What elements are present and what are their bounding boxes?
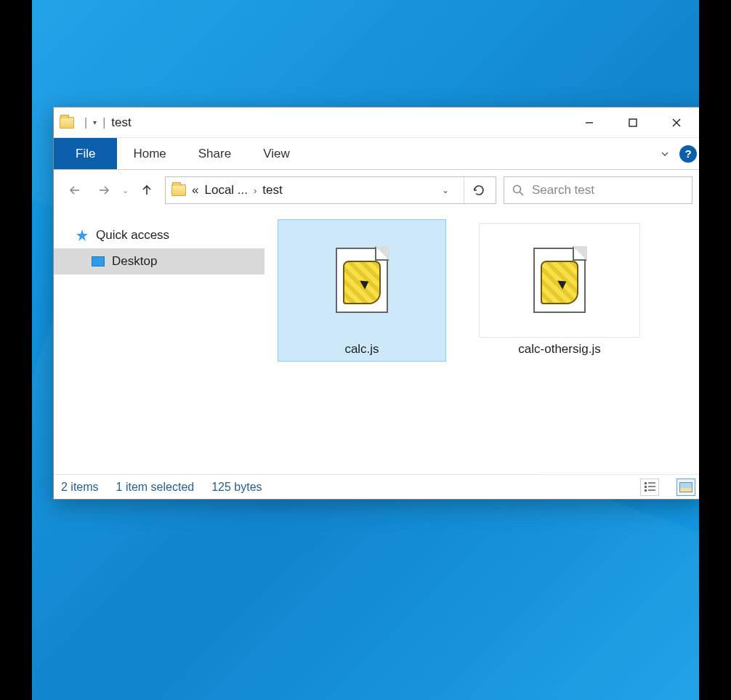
file-item[interactable]: calc-othersig.js: [475, 219, 644, 362]
title-bar: | ▾ | test: [54, 107, 699, 138]
ribbon-tabs: File Home Share View ?: [54, 138, 699, 170]
file-icon-wrap: [479, 223, 640, 338]
close-button[interactable]: [655, 107, 698, 138]
file-item[interactable]: calc.js: [278, 219, 446, 362]
status-bar: 2 items 1 item selected 125 bytes: [54, 474, 699, 499]
breadcrumb-overflow[interactable]: «: [192, 183, 198, 198]
titlebar-separator: |: [102, 116, 105, 129]
svg-rect-1: [629, 119, 637, 126]
quick-access-toolbar-dropdown[interactable]: ▾: [93, 118, 97, 126]
tab-share[interactable]: Share: [182, 138, 247, 169]
star-icon: [76, 229, 89, 242]
nav-back-button[interactable]: [64, 179, 86, 201]
nav-item-label: Desktop: [112, 254, 157, 269]
desktop-background: | ▾ | test File Home Share View: [32, 0, 699, 700]
svg-line-8: [520, 192, 524, 196]
nav-up-button[interactable]: [136, 179, 158, 201]
monitor-icon: [92, 256, 105, 266]
svg-point-7: [514, 186, 521, 193]
tab-home[interactable]: Home: [117, 138, 182, 169]
body: Quick access Desktop calc.js: [54, 211, 699, 474]
folder-icon: [171, 184, 186, 196]
tab-file[interactable]: File: [54, 138, 117, 169]
nav-forward-button[interactable]: [93, 179, 115, 201]
nav-desktop[interactable]: Desktop: [54, 248, 264, 274]
titlebar-separator: |: [84, 116, 87, 129]
navigation-pane: Quick access Desktop: [54, 211, 264, 474]
script-file-icon: [533, 248, 586, 313]
window-title: test: [111, 115, 131, 130]
address-dropdown[interactable]: ⌄: [433, 177, 458, 203]
status-item-count: 2 items: [61, 481, 99, 494]
address-row: ⌄ « Local ... › test ⌄: [54, 170, 699, 211]
breadcrumb-current[interactable]: test: [262, 183, 282, 198]
search-box[interactable]: Search test: [504, 176, 692, 204]
breadcrumb-parent[interactable]: Local ... ›: [204, 183, 257, 198]
view-large-icons-button[interactable]: [677, 479, 695, 496]
file-list[interactable]: calc.js calc-othersig.js: [264, 211, 699, 474]
search-placeholder: Search test: [532, 183, 594, 198]
help-button[interactable]: ?: [679, 145, 697, 163]
maximize-button[interactable]: [611, 107, 655, 138]
ribbon-collapse-button[interactable]: [650, 138, 679, 169]
breadcrumb-label: Local ...: [204, 183, 248, 198]
nav-item-label: Quick access: [96, 228, 169, 243]
folder-icon: [60, 117, 74, 129]
tab-view[interactable]: View: [247, 138, 306, 169]
minimize-button[interactable]: [568, 107, 611, 138]
explorer-window: | ▾ | test File Home Share View: [53, 107, 699, 500]
status-size: 125 bytes: [211, 481, 262, 494]
status-selection: 1 item selected: [116, 481, 195, 494]
file-name-label: calc-othersig.js: [518, 342, 600, 357]
script-file-icon: [336, 248, 388, 313]
file-name-label: calc.js: [344, 342, 379, 357]
file-icon-wrap: [281, 223, 443, 338]
nav-quick-access[interactable]: Quick access: [54, 222, 264, 248]
address-bar[interactable]: « Local ... › test ⌄: [165, 176, 496, 204]
view-details-button[interactable]: [640, 479, 659, 496]
svg-marker-9: [76, 229, 88, 241]
chevron-right-icon: ›: [254, 185, 257, 196]
refresh-button[interactable]: [464, 177, 493, 203]
nav-history-dropdown[interactable]: ⌄: [122, 186, 129, 195]
search-icon: [512, 184, 525, 197]
